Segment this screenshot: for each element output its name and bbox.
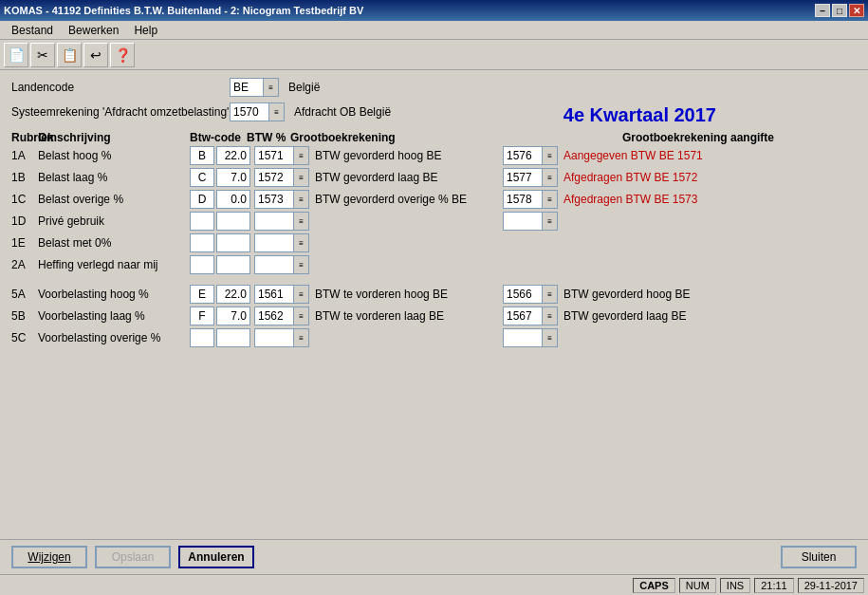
grb-1e[interactable] [254, 233, 294, 252]
grb-1a-btn[interactable]: ≡ [294, 146, 309, 165]
aangifte-grb-5c-btn[interactable]: ≡ [543, 328, 558, 347]
table-row: 1D Privé gebruik ≡ ≡ [11, 212, 857, 231]
header-grootboek: Grootboekrekening [290, 131, 480, 144]
grb-desc-1b: BTW gevorderd laag BE [309, 171, 499, 184]
rubriek-5b: 5B [11, 309, 38, 323]
aangifte-grb-5c[interactable] [503, 328, 543, 347]
sluiten-button[interactable]: Sluiten [781, 546, 857, 568]
btw-code-5b[interactable] [190, 307, 214, 325]
grb-5c-btn[interactable]: ≡ [294, 328, 309, 347]
grb-5a-btn[interactable]: ≡ [294, 285, 309, 304]
btw-pct-5a[interactable] [216, 285, 250, 304]
btw-code-5a[interactable] [190, 285, 214, 304]
grb-5a[interactable] [254, 285, 294, 304]
grb-1c[interactable] [254, 190, 294, 209]
grb-2a[interactable] [254, 255, 294, 274]
table-row: 1B Belast laag % ≡ BTW gevorderd laag BE… [11, 168, 857, 187]
omschrijving-5b: Voorbelasting laag % [38, 309, 190, 323]
landencode-input[interactable] [230, 78, 264, 97]
btw-pct-1c[interactable] [216, 190, 250, 209]
num-indicator: NUM [679, 578, 716, 593]
grb-1e-btn[interactable]: ≡ [294, 233, 309, 252]
status-bar: CAPS NUM INS 21:11 29-11-2017 [0, 574, 868, 595]
btw-pct-1a[interactable] [216, 146, 250, 165]
grb-1a[interactable] [254, 146, 294, 165]
close-button[interactable]: ✕ [849, 4, 864, 17]
toolbar-copy-button[interactable]: 📋 [57, 43, 82, 67]
systeemrekening-dropdown-btn[interactable]: ≡ [269, 102, 285, 121]
omschrijving-5c: Voorbelasting overige % [38, 331, 190, 344]
wijzigen-button[interactable]: Wijzigen [11, 546, 87, 568]
btw-pct-1b[interactable] [216, 168, 250, 187]
annuleren-button[interactable]: Annuleren [178, 546, 254, 568]
omschrijving-5a: Voorbelasting hoog % [38, 288, 190, 301]
btw-pct-5c[interactable] [216, 328, 250, 347]
btw-code-1d[interactable] [190, 212, 214, 231]
aangifte-grb-1c[interactable] [503, 190, 543, 209]
landencode-label: Landencode [11, 81, 230, 94]
btw-code-1c[interactable] [190, 190, 214, 209]
title-bar: KOMAS - 41192 Definities B.T.W. Buitenla… [0, 0, 868, 21]
menu-bewerken[interactable]: Bewerken [61, 22, 126, 39]
landencode-field-group: ≡ [230, 78, 279, 97]
aangifte-grb-1b[interactable] [503, 168, 543, 187]
grb-desc-1a: BTW gevorderd hoog BE [309, 149, 499, 162]
grb-1d-btn[interactable]: ≡ [294, 212, 309, 231]
grb-5b[interactable] [254, 307, 294, 325]
landencode-dropdown-btn[interactable]: ≡ [264, 78, 279, 97]
btw-pct-1e[interactable] [216, 233, 250, 252]
aangifte-grb-1a-btn[interactable]: ≡ [543, 146, 558, 165]
grb-1b[interactable] [254, 168, 294, 187]
main-content: Landencode ≡ België Systeemrekening 'Afd… [0, 70, 868, 574]
rubriek-1d: 1D [11, 214, 38, 228]
table-row: 5C Voorbelasting overige % ≡ ≡ [11, 328, 857, 347]
bottom-bar: Wijzigen Opslaan Annuleren Sluiten [0, 539, 868, 574]
opslaan-button[interactable]: Opslaan [95, 546, 171, 568]
aangifte-grb-5b-btn[interactable]: ≡ [543, 307, 558, 325]
table-row: 2A Heffing verlegd naar mij ≡ [11, 255, 857, 274]
menu-help[interactable]: Help [126, 22, 165, 39]
rubriek-1e: 1E [11, 236, 38, 250]
grb-desc-1c: BTW gevorderd overige % BE [309, 193, 499, 206]
aangifte-desc-5a: BTW gevorderd hoog BE [558, 288, 690, 301]
btw-code-5c[interactable] [190, 328, 214, 347]
systeemrekening-row: Systeemrekening 'Afdracht omzetbelasting… [11, 102, 857, 121]
header-btw-code: Btw-code [190, 131, 247, 144]
toolbar-new-button[interactable]: 📄 [4, 43, 28, 67]
menu-bestand[interactable]: Bestand [4, 22, 61, 39]
grb-1d[interactable] [254, 212, 294, 231]
aangifte-grb-1d[interactable] [503, 212, 543, 231]
grb-1c-btn[interactable]: ≡ [294, 190, 309, 209]
aangifte-grb-1d-btn[interactable]: ≡ [543, 212, 558, 231]
toolbar-help-button[interactable]: ❓ [110, 43, 135, 67]
grb-1b-btn[interactable]: ≡ [294, 168, 309, 187]
toolbar-cut-button[interactable]: ✂ [30, 43, 55, 67]
grb-desc-5a: BTW te vorderen hoog BE [309, 288, 499, 301]
omschrijving-1b: Belast laag % [38, 171, 190, 184]
rubriek-1b: 1B [11, 171, 38, 184]
systeemrekening-label: Systeemrekening 'Afdracht omzetbelasting… [11, 105, 230, 119]
aangifte-grb-5b[interactable] [503, 307, 543, 325]
maximize-button[interactable]: □ [832, 4, 847, 17]
btw-pct-5b[interactable] [216, 307, 250, 325]
toolbar-undo-button[interactable]: ↩ [83, 43, 108, 67]
grb-2a-btn[interactable]: ≡ [294, 255, 309, 274]
grb-5c[interactable] [254, 328, 294, 347]
btw-pct-1d[interactable] [216, 212, 250, 231]
aangifte-grb-5a[interactable] [503, 285, 543, 304]
table-row: 1A Belast hoog % ≡ BTW gevorderd hoog BE… [11, 146, 857, 165]
btw-code-1a[interactable] [190, 146, 214, 165]
minimize-button[interactable]: – [815, 4, 830, 17]
aangifte-grb-5a-btn[interactable]: ≡ [543, 285, 558, 304]
btw-code-2a[interactable] [190, 255, 214, 274]
aangifte-grb-1a[interactable] [503, 146, 543, 165]
aangifte-grb-1b-btn[interactable]: ≡ [543, 168, 558, 187]
aangifte-desc-1b: Afgedragen BTW BE 1572 [558, 171, 697, 184]
aangifte-grb-1c-btn[interactable]: ≡ [543, 190, 558, 209]
systeemrekening-input[interactable] [230, 102, 269, 121]
header-aangifte: Grootboekrekening aangifte [480, 131, 812, 144]
btw-code-1b[interactable] [190, 168, 214, 187]
grb-5b-btn[interactable]: ≡ [294, 307, 309, 325]
btw-pct-2a[interactable] [216, 255, 250, 274]
btw-code-1e[interactable] [190, 233, 214, 252]
